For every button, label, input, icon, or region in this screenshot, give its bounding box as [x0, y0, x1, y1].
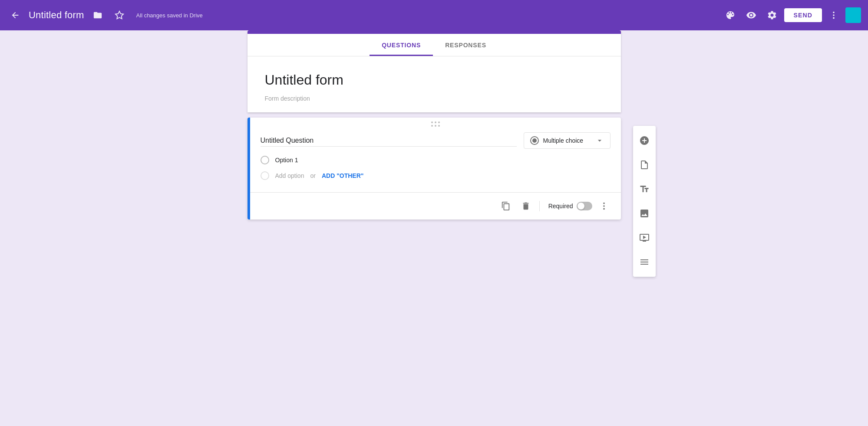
- form-header-card: QUESTIONS RESPONSES Untitled form Form d…: [248, 30, 621, 112]
- saved-status: All changes saved in Drive: [136, 12, 203, 19]
- question-more-button[interactable]: [596, 198, 612, 214]
- question-footer: Required: [250, 192, 621, 220]
- main-area: QUESTIONS RESPONSES Untitled form Form d…: [0, 30, 868, 426]
- form-title-topbar: Untitled form: [29, 10, 84, 21]
- svg-point-6: [438, 121, 440, 123]
- question-type-dropdown[interactable]: Multiple choice: [524, 132, 611, 149]
- svg-point-11: [603, 205, 605, 207]
- tab-responses[interactable]: RESPONSES: [433, 34, 498, 56]
- question-title-input[interactable]: [261, 135, 517, 147]
- add-video-button[interactable]: [633, 226, 656, 249]
- add-option-row: Add option or ADD "OTHER": [261, 171, 611, 180]
- svg-point-5: [435, 121, 436, 123]
- more-options-button[interactable]: [825, 7, 842, 23]
- add-option-radio: [261, 171, 269, 180]
- preview-button[interactable]: [743, 7, 760, 24]
- divider: [539, 201, 540, 211]
- svg-point-3: [833, 17, 835, 19]
- svg-point-10: [603, 203, 605, 204]
- required-toggle[interactable]: [577, 202, 592, 210]
- add-title-button[interactable]: [633, 178, 656, 200]
- toggle-knob: [578, 203, 584, 210]
- topbar-right: SEND: [722, 7, 861, 24]
- question-type-label: Multiple choice: [543, 137, 584, 144]
- svg-point-7: [431, 125, 433, 127]
- add-section-button[interactable]: [633, 251, 656, 273]
- form-title-section: Untitled form Form description: [248, 56, 621, 112]
- avatar[interactable]: [845, 7, 861, 23]
- topbar: Untitled form All changes saved in Drive: [0, 0, 868, 30]
- topbar-left: Untitled form All changes saved in Drive: [7, 7, 722, 23]
- form-main-title[interactable]: Untitled form: [265, 72, 604, 88]
- center-column: QUESTIONS RESPONSES Untitled form Form d…: [248, 30, 621, 426]
- svg-point-1: [833, 12, 835, 13]
- svg-marker-0: [115, 11, 123, 19]
- settings-button[interactable]: [763, 7, 781, 24]
- add-option-text[interactable]: Add option: [275, 172, 304, 179]
- radio-icon: [530, 136, 539, 145]
- tab-questions[interactable]: QUESTIONS: [370, 34, 433, 56]
- svg-point-2: [833, 14, 835, 16]
- option-row-1: Option 1: [261, 156, 611, 164]
- form-description[interactable]: Form description: [265, 95, 604, 102]
- palette-button[interactable]: [722, 7, 739, 24]
- svg-point-9: [438, 125, 440, 127]
- option-label-1[interactable]: Option 1: [275, 157, 298, 164]
- radio-icon-inner: [532, 138, 537, 143]
- options-section: Option 1 Add option or ADD "OTHER": [250, 156, 621, 192]
- required-text: Required: [548, 203, 573, 210]
- add-option-or: or: [310, 172, 315, 179]
- folder-button[interactable]: [89, 7, 106, 23]
- add-question-button[interactable]: [633, 129, 656, 152]
- svg-point-8: [435, 125, 436, 127]
- duplicate-button[interactable]: [498, 198, 514, 214]
- option-radio-1: [261, 156, 269, 164]
- question-header: Multiple choice: [250, 129, 621, 156]
- send-button[interactable]: SEND: [784, 8, 822, 22]
- add-image-button[interactable]: [633, 202, 656, 225]
- svg-point-4: [431, 121, 433, 123]
- drag-handle[interactable]: [250, 118, 621, 129]
- tabs-row: QUESTIONS RESPONSES: [248, 34, 621, 56]
- import-questions-button[interactable]: [633, 154, 656, 176]
- add-other-link[interactable]: ADD "OTHER": [322, 172, 364, 179]
- star-button[interactable]: [111, 7, 128, 23]
- delete-button[interactable]: [518, 198, 534, 214]
- right-sidebar: [633, 126, 656, 277]
- question-card: Multiple choice Option 1 Add option or A…: [248, 118, 621, 220]
- svg-point-12: [603, 208, 605, 210]
- back-button[interactable]: [7, 7, 23, 23]
- dropdown-arrow-icon: [595, 136, 604, 145]
